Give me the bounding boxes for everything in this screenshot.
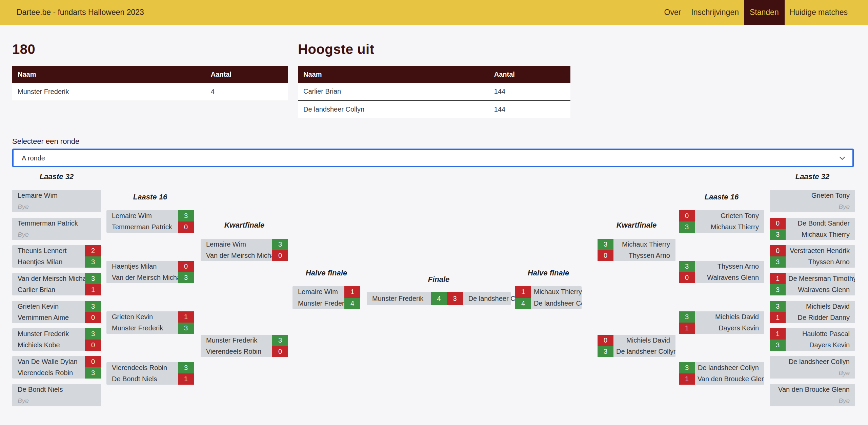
- top-header: Dartee.be - fundarts Halloween 2023 Over…: [0, 0, 868, 25]
- player-name: Grieten Tony: [695, 212, 764, 220]
- nav-item-inschrijvingen[interactable]: Inschrijvingen: [686, 0, 744, 25]
- player-name: Lemaire Wim: [201, 240, 272, 248]
- round-select[interactable]: A ronde: [12, 149, 854, 167]
- bracket-match: Munster Frederik43De landsheer Collyn: [367, 292, 511, 305]
- player-name: Lemaire Wim: [292, 288, 344, 296]
- player-row: 4De landsheer Collyn: [515, 298, 582, 309]
- score-chip: 0: [272, 250, 288, 261]
- bye-label: Bye: [12, 231, 101, 238]
- player-name: De landsheer Collyn: [613, 348, 675, 355]
- score-chip: 3: [178, 210, 194, 221]
- score-chip: 3: [85, 301, 101, 312]
- score-chip: 0: [770, 218, 786, 229]
- score-chip: 3: [598, 239, 613, 250]
- score-chip: 4: [431, 292, 447, 305]
- bracket-match: 1Michaux Thierry4De landsheer Collyn: [515, 286, 582, 309]
- round-title: Kwartfinale: [201, 221, 288, 230]
- player-row: 3De landsheer Collyn: [598, 346, 675, 357]
- player-name: Van den Broucke Glenn: [695, 375, 764, 383]
- bracket-match: Theunis Lennert2Haentjes Milan3: [12, 245, 101, 268]
- bracket-match: Grieten Kevin3Vernimmen Aime0: [12, 301, 101, 323]
- player-name: Dayers Kevin: [786, 341, 855, 349]
- player-row: 1Dayers Kevin: [679, 323, 764, 334]
- player-row: De Bondt Niels1: [106, 373, 194, 385]
- bracket-match: Munster Frederik3Vierendeels Robin0: [201, 335, 288, 357]
- player-name: Vernimmen Aime: [12, 314, 85, 322]
- bracket-match: 3Michaux Thierry0Thyssen Arno: [598, 239, 675, 261]
- player-row: 3Michiels David: [770, 301, 855, 312]
- player-name: Michiels David: [613, 336, 675, 344]
- score-chip: 3: [447, 292, 463, 305]
- score-chip: 3: [85, 328, 101, 340]
- player-row: Munster Frederik3: [106, 323, 194, 334]
- player-name: Van den Broucke Glenn: [770, 386, 855, 393]
- round-title: Laaste 16: [679, 193, 764, 201]
- player-name: De Bondt Sander: [786, 219, 855, 227]
- bye-row: Bye: [770, 201, 855, 212]
- bracket-match: Temmerman PatrickBye: [12, 218, 101, 240]
- column-header-aantal: Aantal: [489, 66, 570, 83]
- player-row: 3Michaux Thierry: [679, 221, 764, 233]
- player-row: Vierendeels Robin3: [12, 367, 101, 379]
- player-name: Munster Frederik: [106, 324, 178, 332]
- player-row: 3Walravens Glenn: [770, 284, 855, 295]
- bracket-match: 1Haulotte Pascal3Dayers Kevin: [770, 328, 855, 351]
- player-row: Grieten Kevin1: [106, 311, 194, 323]
- round-title: Laaste 32: [12, 172, 101, 181]
- player-name-cell: Munster Frederik: [12, 83, 205, 100]
- player-row: Lemaire Wim: [12, 190, 101, 201]
- score-chip: 0: [272, 346, 288, 357]
- round-title: Laaste 16: [106, 193, 194, 201]
- player-name-cell: De landsheer Collyn: [298, 100, 489, 118]
- player-name: Temmerman Patrick: [106, 223, 178, 231]
- score-chip: 0: [598, 250, 613, 261]
- player-name: Michaux Thierry: [786, 231, 855, 238]
- bracket-match: 3De landsheer Collyn1Van den Broucke Gle…: [679, 362, 764, 385]
- bye-label: Bye: [770, 369, 855, 377]
- player-row: De landsheer Collyn: [770, 356, 855, 367]
- player-row: 3Thyssen Arno: [679, 261, 764, 272]
- score-chip: 3: [178, 362, 194, 373]
- player-name: Michaux Thierry: [613, 240, 675, 248]
- player-row: 1Van den Broucke Glenn: [679, 373, 764, 385]
- table-row: Munster Frederik 4: [12, 83, 288, 100]
- player-row: Van der Meirsch Michael3: [12, 273, 101, 284]
- round-title: Laaste 32: [770, 172, 855, 181]
- player-name: Thyssen Arno: [695, 263, 764, 270]
- bracket-match: 3Thyssen Arno0Walravens Glenn: [679, 261, 764, 283]
- score-chip: 0: [178, 221, 194, 233]
- site-title: Dartee.be - fundarts Halloween 2023: [17, 8, 144, 17]
- player-row: Michiels Kobe0: [12, 340, 101, 351]
- player-row: 0Verstraeten Hendrik: [770, 245, 855, 256]
- player-name: Theunis Lennert: [12, 247, 85, 255]
- nav-item-huidige-matches[interactable]: Huidige matches: [785, 0, 853, 25]
- round-title: Finale: [367, 275, 511, 284]
- score-chip: 0: [598, 335, 613, 346]
- player-row: Carlier Brian1: [12, 284, 101, 295]
- player-name: Michiels David: [695, 313, 764, 321]
- column-header-naam: Naam: [298, 66, 489, 83]
- player-row: Lemaire Wim3: [106, 210, 194, 221]
- round-selector-label: Selecteer een ronde: [12, 137, 856, 146]
- score-chip: 1: [770, 312, 786, 323]
- player-row: De Bondt Niels: [12, 384, 101, 395]
- nav-item-over[interactable]: Over: [659, 0, 686, 25]
- player-name: Grieten Kevin: [12, 303, 85, 310]
- player-row: Grieten Tony: [770, 190, 855, 201]
- score-chip: 0: [85, 340, 101, 351]
- score-chip: 3: [272, 335, 288, 346]
- player-row: Van der Meirsch Michael0: [201, 250, 288, 261]
- table-header-row: Naam Aantal: [298, 66, 570, 83]
- player-row: Haentjes Milan3: [12, 256, 101, 268]
- player-row: Munster Frederik3: [201, 335, 288, 346]
- bye-row: Bye: [12, 395, 101, 406]
- player-row: 3Michiels David: [679, 311, 764, 323]
- player-name: Haentjes Milan: [106, 263, 178, 270]
- score-chip: 1: [178, 311, 194, 323]
- player-name: Munster Frederik: [367, 295, 431, 303]
- nav-item-standen[interactable]: Standen: [744, 0, 785, 25]
- score-chip: 3: [679, 311, 695, 323]
- column-header-naam: Naam: [12, 66, 205, 83]
- player-row: Munster Frederik4: [292, 298, 360, 309]
- player-row: Lemaire Wim1: [292, 286, 360, 298]
